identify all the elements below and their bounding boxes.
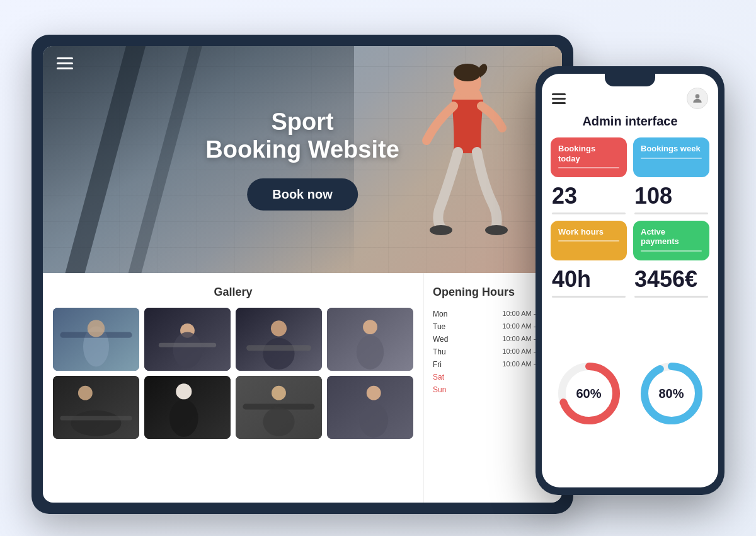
active-payments-label: Active payments bbox=[641, 227, 702, 247]
gallery-title: Gallery bbox=[53, 286, 413, 299]
donut-60-container: 60% bbox=[554, 359, 624, 428]
phone-hamburger-menu[interactable] bbox=[552, 93, 566, 104]
svg-point-24 bbox=[71, 411, 122, 436]
gallery-item-5[interactable] bbox=[53, 376, 139, 439]
svg-point-35 bbox=[359, 403, 388, 438]
book-now-button[interactable]: Book now bbox=[247, 178, 358, 211]
bookings-today-label: Bookings today bbox=[558, 144, 619, 163]
donut-60-wrapper: 60% bbox=[551, 309, 627, 479]
svg-point-21 bbox=[357, 335, 384, 370]
svg-rect-25 bbox=[60, 416, 132, 421]
work-hours-label: Work hours bbox=[558, 227, 619, 237]
bookings-today-bar bbox=[552, 213, 626, 214]
phone-hamburger-line-2 bbox=[552, 98, 566, 100]
gallery-item-7[interactable] bbox=[236, 376, 322, 439]
tablet-device: Sport Booking Website Book now Gallery bbox=[32, 35, 573, 514]
day-sun: Sun bbox=[433, 385, 453, 394]
gallery-item-4[interactable] bbox=[327, 308, 413, 371]
active-payments-number-block: 3456€ bbox=[633, 267, 709, 298]
active-payments-bar bbox=[634, 296, 708, 298]
donut-60-label: 60% bbox=[576, 387, 601, 401]
gallery-item-1[interactable] bbox=[53, 308, 139, 371]
donut-80-container: 80% bbox=[637, 359, 706, 428]
svg-point-13 bbox=[173, 332, 202, 368]
hamburger-line-3 bbox=[57, 67, 73, 69]
day-thu: Thu bbox=[433, 347, 453, 356]
svg-point-34 bbox=[367, 386, 381, 400]
charts-row: 60% 80% bbox=[542, 304, 718, 487]
day-mon: Mon bbox=[433, 310, 453, 318]
hero-title: Sport Booking Website bbox=[205, 108, 399, 163]
svg-point-27 bbox=[176, 383, 192, 399]
gallery-grid bbox=[53, 308, 413, 439]
card-divider-3 bbox=[558, 240, 619, 242]
work-hours-card[interactable]: Work hours bbox=[551, 221, 627, 260]
bookings-today-card[interactable]: Bookings today bbox=[551, 137, 627, 177]
hero-text-block: Sport Booking Website Book now bbox=[205, 108, 399, 211]
gallery-item-3[interactable] bbox=[236, 308, 322, 371]
hamburger-line-1 bbox=[57, 57, 73, 59]
donut-80-label: 80% bbox=[658, 387, 684, 401]
tablet-screen: Sport Booking Website Book now Gallery bbox=[43, 46, 562, 503]
svg-point-3 bbox=[430, 225, 452, 235]
active-payments-value: 3456€ bbox=[634, 267, 708, 292]
svg-point-20 bbox=[363, 320, 377, 334]
svg-point-17 bbox=[263, 338, 294, 370]
bookings-week-label: Bookings week bbox=[641, 144, 702, 154]
admin-interface-title: Admin interface bbox=[542, 114, 718, 137]
svg-point-28 bbox=[169, 399, 198, 436]
day-wed: Wed bbox=[433, 335, 453, 344]
svg-point-23 bbox=[78, 386, 93, 400]
card-divider-1 bbox=[558, 167, 619, 168]
stats-cards-grid-2: Work hours Active payments bbox=[542, 221, 718, 267]
gallery-item-6[interactable] bbox=[144, 376, 231, 439]
gallery-section: Gallery bbox=[43, 273, 423, 503]
phone-device: Admin interface Bookings today Bookings … bbox=[536, 66, 724, 495]
scene: Sport Booking Website Book now Gallery bbox=[32, 16, 724, 520]
phone-hamburger-line-3 bbox=[552, 102, 566, 104]
hero-section: Sport Booking Website Book now bbox=[43, 46, 562, 273]
svg-point-16 bbox=[271, 320, 287, 336]
hamburger-line-2 bbox=[57, 62, 73, 64]
lower-section: Gallery bbox=[43, 273, 562, 503]
card-divider-4 bbox=[641, 250, 702, 252]
stats-cards-grid: Bookings today Bookings week bbox=[542, 137, 718, 184]
user-icon bbox=[691, 92, 704, 105]
stats-numbers-row-1: 23 108 bbox=[542, 184, 718, 221]
phone-notch bbox=[605, 74, 655, 86]
donut-80-wrapper: 80% bbox=[633, 309, 709, 479]
svg-point-2 bbox=[454, 64, 481, 81]
bookings-week-bar bbox=[634, 213, 708, 214]
day-sat: Sat bbox=[433, 373, 453, 382]
phone-hamburger-line-1 bbox=[552, 93, 566, 95]
card-divider-2 bbox=[641, 158, 702, 159]
work-hours-number-block: 40h bbox=[551, 267, 627, 298]
gallery-item-2[interactable] bbox=[144, 308, 231, 371]
gallery-item-8[interactable] bbox=[327, 376, 413, 439]
svg-point-4 bbox=[485, 225, 508, 235]
work-hours-bar bbox=[552, 296, 626, 298]
bookings-today-number-block: 23 bbox=[551, 184, 627, 214]
bookings-week-card[interactable]: Bookings week bbox=[633, 137, 709, 177]
runner-svg bbox=[386, 59, 524, 273]
svg-point-9 bbox=[88, 320, 105, 337]
bookings-week-value: 108 bbox=[634, 184, 708, 209]
day-fri: Fri bbox=[433, 360, 453, 369]
active-payments-card[interactable]: Active payments bbox=[633, 221, 709, 260]
svg-point-32 bbox=[263, 407, 294, 436]
user-avatar-button[interactable] bbox=[687, 88, 708, 109]
work-hours-value: 40h bbox=[552, 267, 626, 292]
stats-numbers-row-2: 40h 3456€ bbox=[542, 267, 718, 304]
svg-rect-18 bbox=[246, 345, 311, 351]
svg-point-30 bbox=[272, 386, 286, 400]
bookings-week-number-block: 108 bbox=[633, 184, 709, 214]
svg-rect-14 bbox=[159, 343, 216, 347]
svg-point-36 bbox=[696, 94, 700, 98]
phone-screen: Admin interface Bookings today Bookings … bbox=[542, 74, 718, 487]
hamburger-menu[interactable] bbox=[57, 57, 73, 69]
bookings-today-value: 23 bbox=[552, 184, 626, 209]
day-tue: Tue bbox=[433, 322, 453, 331]
